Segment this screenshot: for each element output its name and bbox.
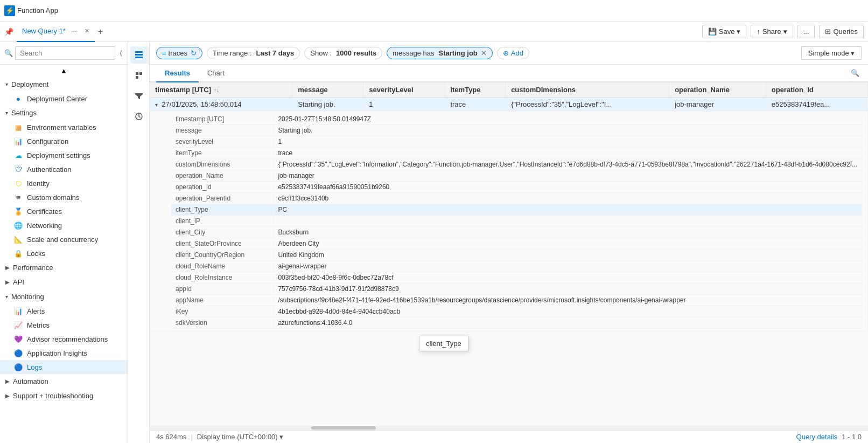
sidebar-item-deployment-center[interactable]: ● Deployment Center — [0, 92, 128, 106]
sidebar-item-env-vars[interactable]: ▦ Environment variables — [0, 120, 128, 134]
identity-icon: ⬡ — [14, 179, 23, 188]
group-label: Support + troubleshooting — [13, 392, 93, 400]
detail-field-value — [274, 216, 862, 227]
detail-row: client_IP — [171, 216, 862, 227]
detail-row: messageStarting job. — [171, 125, 862, 136]
table-row[interactable]: ▾ 27/01/2025, 15:48:50.014 Starting job.… — [150, 98, 868, 112]
sidebar-group-support[interactable]: ▶ Support + troubleshooting — [0, 389, 128, 403]
th-timestamp: timestamp [UTC] ↑↓ — [150, 82, 292, 98]
search-input[interactable] — [15, 46, 115, 60]
search-results-btn[interactable]: 🔍 — [849, 67, 862, 79]
sidebar-item-locks[interactable]: 🔒 Locks — [0, 246, 128, 260]
sidebar-group-performance[interactable]: ▶ Performance — [0, 260, 128, 275]
sidebar-item-logs[interactable]: 🔵 Logs — [0, 360, 128, 374]
tab-more-btn[interactable]: ··· — [68, 27, 80, 35]
tab-close-btn[interactable]: ✕ — [85, 27, 89, 34]
time-btn[interactable] — [130, 108, 148, 125]
th-operation-name: operation_Name — [669, 82, 766, 98]
sidebar-item-deployment-settings[interactable]: ☁ Deployment settings — [0, 148, 128, 162]
sidebar-item-advisor-recommendations[interactable]: 💜 Advisor recommendations — [0, 332, 128, 346]
more-options-button[interactable]: ... — [797, 25, 815, 38]
table-view-btn[interactable] — [130, 46, 148, 64]
env-vars-icon: ▦ — [14, 123, 23, 131]
sidebar-item-custom-domains[interactable]: ≡ Custom domains — [0, 190, 128, 204]
scroll-up-btn[interactable]: ▲ — [0, 65, 128, 77]
query-details-btn[interactable]: Query details — [796, 433, 838, 441]
chevron-down-icon-monitoring: ▾ — [5, 294, 8, 300]
query-tab-new-query-1[interactable]: New Query 1* ··· ✕ — [17, 22, 95, 42]
detail-field-name: cloud_RoleInstance — [171, 272, 274, 283]
sidebar-item-authentication[interactable]: 🛡 Authentication — [0, 162, 128, 176]
tab-chart[interactable]: Chart — [199, 65, 233, 82]
authentication-icon: 🛡 — [14, 165, 23, 174]
query-toolbar: ≡ traces ↻ Time range : Last 7 days Show… — [150, 42, 868, 65]
svg-rect-5 — [136, 76, 138, 79]
detail-field-value: /subscriptions/f9c48e2f-f471-41fe-92ed-4… — [274, 295, 862, 306]
sidebar-collapse-btn[interactable]: ⟨ — [117, 48, 124, 58]
sidebar-item-certificates[interactable]: 🏅 Certificates — [0, 204, 128, 218]
detail-row: client_TypePC — [171, 204, 862, 216]
queries-button[interactable]: ⊞ Queries — [819, 25, 864, 38]
sidebar-section-automation: ▶ Automation — [0, 374, 128, 389]
expand-btn[interactable]: ▾ — [155, 102, 158, 108]
sidebar-item-identity[interactable]: ⬡ Identity — [0, 176, 128, 190]
sidebar-group-automation[interactable]: ▶ Automation — [0, 374, 128, 389]
content-area: ≡ traces ↻ Time range : Last 7 days Show… — [150, 42, 868, 443]
tab-label: New Query 1* — [22, 27, 66, 35]
group-label: API — [13, 278, 24, 286]
svg-rect-1 — [135, 54, 143, 56]
sidebar-item-application-insights[interactable]: 🔵 Application Insights — [0, 346, 128, 360]
sidebar-item-configuration[interactable]: 📊 Configuration — [0, 134, 128, 148]
detail-field-name: client_Type — [171, 204, 274, 216]
detail-row: cloud_RoleInstance003f35ed-bf20-40e8-9f6… — [171, 272, 862, 283]
simple-mode-btn[interactable]: Simple mode ▾ — [801, 46, 862, 60]
sidebar-group-deployment[interactable]: ▾ Deployment — [0, 77, 128, 92]
add-filter-btn[interactable]: ⊕ Add — [497, 47, 529, 59]
detail-field-value: ai-genai-wrapper — [274, 261, 862, 272]
sidebar-item-scale-concurrency[interactable]: 📐 Scale and concurrency — [0, 232, 128, 246]
tab-results[interactable]: Results — [156, 65, 199, 82]
th-operation-id: operation_Id — [766, 82, 867, 98]
queries-icon: ⊞ — [825, 27, 831, 36]
sidebar-section-performance: ▶ Performance — [0, 260, 128, 275]
sidebar-group-api[interactable]: ▶ API — [0, 275, 128, 289]
message-filter-chip[interactable]: message has Starting job ✕ — [387, 47, 493, 59]
detail-field-value: 2025-01-27T15:48:50.0149947Z — [274, 114, 862, 125]
th-itemtype: itemType — [445, 82, 506, 98]
save-button[interactable]: 💾 Save ▾ — [702, 25, 747, 38]
sidebar-item-metrics[interactable]: 📈 Metrics — [0, 318, 128, 332]
new-tab-btn[interactable]: + — [95, 27, 106, 37]
share-button[interactable]: ↑ Share ▾ — [751, 25, 793, 38]
horizontal-scrollbar[interactable] — [311, 426, 376, 430]
filter-close-btn[interactable]: ✕ — [481, 49, 487, 57]
detail-row: iKey4b1ecbbd-a928-4d0d-84e4-9404ccb40acb — [171, 306, 862, 317]
th-message: message — [292, 82, 363, 98]
detail-field-name: severityLevel — [171, 136, 274, 148]
sidebar-group-monitoring[interactable]: ▾ Monitoring — [0, 289, 128, 304]
detail-field-value: United Kingdom — [274, 250, 862, 261]
sidebar-item-alerts[interactable]: 📊 Alerts — [0, 304, 128, 318]
svg-rect-4 — [139, 72, 142, 75]
chevron-right-icon-api: ▶ — [5, 279, 10, 285]
cell-timestamp: ▾ 27/01/2025, 15:48:50.014 — [150, 98, 292, 112]
dropdown-icon: ▾ — [851, 49, 855, 57]
sort-icon[interactable]: ↑↓ — [214, 87, 219, 93]
show-results-chip[interactable]: Show : 1000 results — [304, 47, 382, 59]
detail-row: client_StateOrProvinceAberdeen City — [171, 238, 862, 250]
scrollbar-area — [150, 426, 868, 430]
chevron-down-icon-time: ▾ — [279, 433, 283, 441]
source-chip[interactable]: ≡ traces ↻ — [156, 47, 202, 59]
search-icon: 🔍 — [4, 49, 13, 57]
schema-btn[interactable] — [130, 67, 148, 84]
detail-field-name: client_IP — [171, 216, 274, 227]
refresh-icon[interactable]: ↻ — [191, 49, 197, 57]
group-label: Automation — [13, 377, 48, 385]
time-range-chip[interactable]: Time range : Last 7 days — [207, 47, 300, 59]
filter-btn[interactable] — [130, 87, 148, 105]
sidebar-group-settings[interactable]: ▾ Settings — [0, 106, 128, 120]
sidebar-item-networking[interactable]: 🌐 Networking — [0, 218, 128, 232]
detail-field-value: 4b1ecbbd-a928-4d0d-84e4-9404ccb40acb — [274, 306, 862, 317]
display-time[interactable]: Display time (UTC+00:00) ▾ — [197, 433, 284, 441]
detail-field-name: operation_ParentId — [171, 193, 274, 204]
detail-table: timestamp [UTC]2025-01-27T15:48:50.01499… — [171, 114, 862, 329]
